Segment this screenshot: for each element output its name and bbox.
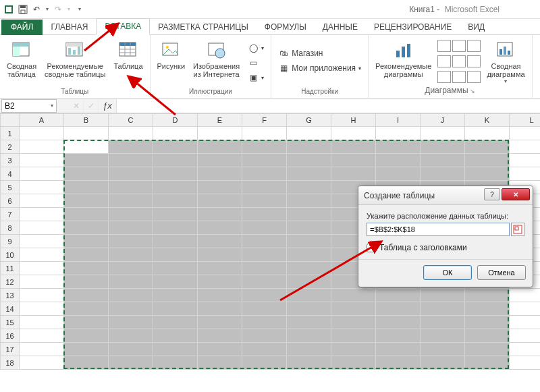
col-header[interactable]: A <box>20 114 64 127</box>
cell[interactable] <box>153 329 198 343</box>
cell[interactable] <box>109 262 153 275</box>
cell[interactable] <box>64 208 109 221</box>
cell[interactable] <box>198 154 242 167</box>
cell[interactable] <box>64 302 109 316</box>
tab-view[interactable]: ВИД <box>460 20 493 35</box>
col-header[interactable]: D <box>153 114 198 127</box>
dialog-close-button[interactable]: ✕ <box>502 188 530 200</box>
tab-formulas[interactable]: ФОРМУЛЫ <box>256 20 315 35</box>
cell[interactable] <box>242 316 287 329</box>
cell[interactable] <box>510 140 541 154</box>
cell[interactable] <box>109 356 153 370</box>
cell[interactable] <box>20 248 64 262</box>
cell[interactable] <box>198 221 242 235</box>
cell[interactable] <box>153 302 198 316</box>
cell[interactable] <box>242 167 287 181</box>
cell[interactable] <box>376 316 421 329</box>
cell[interactable] <box>242 208 287 221</box>
cell[interactable] <box>287 248 331 262</box>
cell[interactable] <box>287 302 331 316</box>
cell[interactable] <box>510 127 541 140</box>
undo-dropdown-icon[interactable]: ▾ <box>45 6 50 12</box>
cell[interactable] <box>287 221 331 235</box>
cell[interactable] <box>331 140 376 154</box>
cell[interactable] <box>64 154 109 167</box>
cell[interactable] <box>109 140 153 154</box>
cell[interactable] <box>376 356 421 370</box>
cell[interactable] <box>331 356 376 370</box>
tab-insert[interactable]: ВСТАВКА <box>96 18 150 35</box>
cell[interactable] <box>64 329 109 343</box>
cell[interactable] <box>64 289 109 302</box>
cell[interactable] <box>153 181 198 194</box>
cell[interactable] <box>376 289 421 302</box>
cell[interactable] <box>242 194 287 208</box>
cell[interactable] <box>64 221 109 235</box>
radar-chart-icon[interactable] <box>467 71 481 83</box>
cell[interactable] <box>242 248 287 262</box>
combo-chart-icon[interactable] <box>452 71 466 83</box>
smartart-icon[interactable]: ▭ <box>245 56 267 69</box>
cell[interactable] <box>421 127 465 140</box>
cell[interactable] <box>287 356 331 370</box>
cell[interactable] <box>198 343 242 356</box>
cell[interactable] <box>198 329 242 343</box>
cancel-button[interactable]: Отмена <box>477 265 526 280</box>
cell[interactable] <box>376 343 421 356</box>
cell[interactable] <box>20 140 64 154</box>
col-header[interactable]: L <box>510 114 541 127</box>
dialog-titlebar[interactable]: Создание таблицы ? ✕ <box>358 186 533 205</box>
cell[interactable] <box>20 356 64 370</box>
cell[interactable] <box>421 343 465 356</box>
row-header[interactable]: 15 <box>1 316 20 329</box>
cell[interactable] <box>20 194 64 208</box>
shapes-icon[interactable]: ◯▾ <box>245 41 267 55</box>
cell[interactable] <box>109 154 153 167</box>
cell[interactable] <box>109 194 153 208</box>
cell[interactable] <box>465 316 510 329</box>
cell[interactable] <box>153 316 198 329</box>
cell[interactable] <box>153 154 198 167</box>
col-header[interactable]: E <box>198 114 242 127</box>
store-button[interactable]: 🛍 Магазин <box>275 47 364 60</box>
cell[interactable] <box>198 262 242 275</box>
cell[interactable] <box>64 356 109 370</box>
cell[interactable] <box>510 316 541 329</box>
cancel-entry-icon[interactable]: ✕ <box>69 99 84 113</box>
row-header[interactable]: 4 <box>1 167 20 181</box>
cell[interactable] <box>198 302 242 316</box>
cell[interactable] <box>465 343 510 356</box>
row-header[interactable]: 16 <box>1 329 20 343</box>
cell[interactable] <box>510 167 541 181</box>
cell[interactable] <box>465 356 510 370</box>
cell[interactable] <box>64 316 109 329</box>
table-range-input[interactable] <box>367 223 510 236</box>
cell[interactable] <box>153 343 198 356</box>
cell[interactable] <box>465 154 510 167</box>
cell[interactable] <box>153 248 198 262</box>
cell[interactable] <box>421 329 465 343</box>
row-header[interactable]: 11 <box>1 262 20 275</box>
cell[interactable] <box>198 316 242 329</box>
cell[interactable] <box>376 167 421 181</box>
cell[interactable] <box>421 154 465 167</box>
col-header[interactable]: J <box>421 114 465 127</box>
cell[interactable] <box>287 329 331 343</box>
cell[interactable] <box>198 235 242 248</box>
cell[interactable] <box>109 235 153 248</box>
cell[interactable] <box>242 221 287 235</box>
cell[interactable] <box>153 356 198 370</box>
cell[interactable] <box>20 208 64 221</box>
cell[interactable] <box>242 356 287 370</box>
cell[interactable] <box>331 343 376 356</box>
qat-customize-icon[interactable]: ▾ <box>77 6 82 12</box>
screenshot-icon[interactable]: ▣▾ <box>245 71 267 84</box>
cell[interactable] <box>287 275 331 289</box>
cell[interactable] <box>64 140 109 154</box>
cell[interactable] <box>109 275 153 289</box>
cell[interactable] <box>465 289 510 302</box>
save-icon[interactable] <box>18 4 28 15</box>
cell[interactable] <box>20 221 64 235</box>
cell[interactable] <box>109 181 153 194</box>
cell[interactable] <box>20 154 64 167</box>
